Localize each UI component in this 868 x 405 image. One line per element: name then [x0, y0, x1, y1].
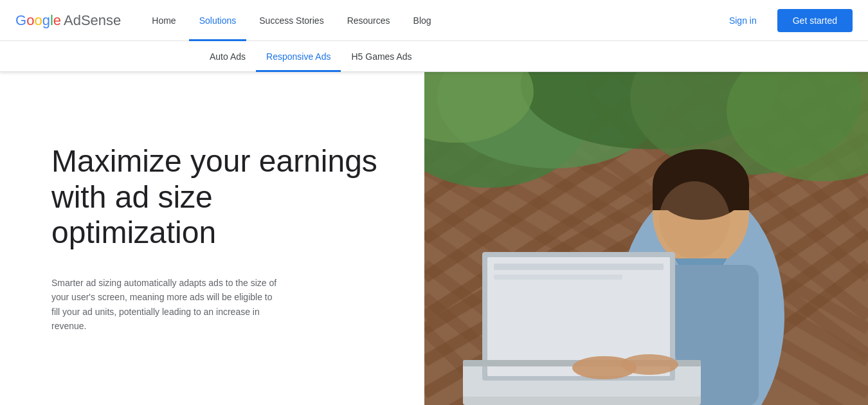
- main-nav: Home Solutions Success Stories Resources…: [141, 0, 719, 41]
- nav-item-solutions[interactable]: Solutions: [189, 0, 247, 41]
- scene-illustration: Activate Windo... Go to Settings to acti…: [424, 72, 868, 405]
- header-actions: Sign in Get started: [719, 9, 853, 32]
- sign-in-button[interactable]: Sign in: [719, 10, 767, 31]
- dropdown-item-auto-ads[interactable]: Auto Ads: [199, 41, 256, 72]
- svg-rect-49: [494, 264, 664, 270]
- nav-item-success-stories[interactable]: Success Stories: [249, 0, 334, 41]
- nav-item-resources[interactable]: Resources: [337, 0, 401, 41]
- adsense-wordmark: AdSense: [64, 12, 121, 29]
- dropdown-bar: Auto Ads Responsive Ads H5 Games Ads: [0, 41, 868, 72]
- hero-title: Maximize your earnings with ad size opti…: [51, 143, 386, 250]
- left-panel: Maximize your earnings with ad size opti…: [0, 72, 424, 405]
- nav-item-blog[interactable]: Blog: [403, 0, 442, 41]
- svg-point-39: [659, 181, 730, 258]
- dropdown-item-h5-games-ads[interactable]: H5 Games Ads: [341, 41, 422, 72]
- nav-item-home[interactable]: Home: [141, 0, 186, 41]
- google-wordmark: Google: [15, 12, 61, 29]
- header: Google AdSense Home Solutions Success St…: [0, 0, 868, 41]
- hero-description: Smarter ad sizing automatically adapts a…: [51, 276, 283, 334]
- logo[interactable]: Google AdSense: [15, 12, 121, 29]
- get-started-button[interactable]: Get started: [777, 9, 853, 32]
- dropdown-item-responsive-ads[interactable]: Responsive Ads: [256, 41, 341, 72]
- svg-point-53: [620, 354, 678, 375]
- main-content: Maximize your earnings with ad size opti…: [0, 72, 868, 405]
- hero-image: Activate Windo... Go to Settings to acti…: [424, 72, 868, 405]
- svg-rect-50: [494, 274, 622, 280]
